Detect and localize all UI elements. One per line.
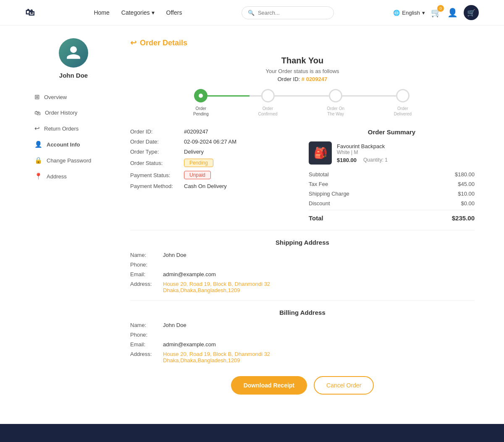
status-badge: Pending	[184, 159, 213, 167]
order-info-left: Order ID: #0209247 Order Date: 02-09-202…	[130, 128, 296, 222]
header-search[interactable]: 🔍	[242, 6, 334, 19]
info-row-id: Order ID: #0209247	[130, 128, 296, 135]
billing-email-val: admin@example.com	[163, 341, 216, 348]
download-receipt-button[interactable]: Download Receipt	[231, 376, 307, 395]
billing-phone-row: Phone:	[130, 332, 475, 338]
shipping-email-row: Email: admin@example.com	[130, 271, 475, 277]
nav-home[interactable]: Home	[94, 9, 109, 16]
order-date-val: 02-09-2024 06:27 AM	[184, 139, 236, 145]
step-label-confirmed: OrderConfirmed	[258, 106, 277, 117]
refresh-icon: ↩	[34, 125, 40, 132]
step-circle-onway	[329, 89, 342, 102]
avatar	[59, 38, 88, 68]
chevron-down-icon: ▾	[152, 9, 155, 16]
sidebar-item-address[interactable]: 📍 Address	[29, 168, 118, 184]
step-label-delivered: OrderDelivered	[394, 106, 412, 117]
payment-status-label: Payment Status:	[130, 172, 181, 178]
sidebar-item-account-info[interactable]: 👤 Account Info	[29, 136, 118, 152]
bag-icon: 🛍	[34, 109, 41, 116]
sidebar-menu: ⊞ Overview 🛍 Order History ↩ Return Orde…	[29, 89, 118, 184]
product-details: Favourint Backpack White | M $180.00 Qua…	[337, 143, 475, 163]
product-qty: Quantity: 1	[363, 157, 388, 163]
content: ↩ Order Details Thank You Your Order sta…	[130, 38, 475, 395]
shipping-address-title: Shipping Address	[130, 239, 475, 246]
shipping-email-val: admin@example.com	[163, 271, 216, 277]
step-circle-confirmed	[261, 89, 275, 102]
shipping-address-label: Address:	[130, 281, 160, 293]
billing-email-label: Email:	[130, 341, 160, 348]
shipping-name-val: John Doe	[163, 252, 186, 258]
cancel-order-button[interactable]: Cancel Order	[314, 376, 374, 395]
step-delivered: OrderDelivered	[394, 89, 412, 117]
order-type-val: Delivery	[184, 149, 204, 155]
header-right: 🌐 English ▾ 🛒 0 👤 🛒	[393, 5, 479, 20]
sidebar-item-overview[interactable]: ⊞ Overview	[29, 89, 118, 105]
billing-phone-label: Phone:	[130, 332, 160, 338]
step-label-pending: OrderPending	[193, 106, 209, 117]
step-circle-pending	[194, 89, 207, 102]
language-selector[interactable]: 🌐 English ▾	[393, 10, 425, 16]
search-icon: 🔍	[248, 10, 255, 16]
shipping-name-row: Name: John Doe	[130, 252, 475, 258]
step-pending: OrderPending	[193, 89, 209, 117]
billing-address-section: Billing Address Name: John Doe Phone: Em…	[130, 300, 475, 364]
product-img: 🎒	[309, 141, 332, 165]
thankyou-heading: Thank You	[130, 56, 475, 65]
shipping-phone-label: Phone:	[130, 262, 160, 268]
user-display-name: John Doe	[29, 72, 118, 79]
sidebar-item-change-password[interactable]: 🔒 Change Password	[29, 152, 118, 168]
back-icon[interactable]: ↩	[130, 38, 136, 47]
billing-name-val: John Doe	[163, 322, 186, 328]
order-details-grid: Order ID: #0209247 Order Date: 02-09-202…	[130, 128, 475, 222]
cart-button[interactable]: 🛒 0	[431, 8, 441, 18]
step-confirmed: OrderConfirmed	[258, 89, 277, 117]
sidebar-item-return-orders[interactable]: ↩ Return Orders	[29, 120, 118, 136]
order-summary: Order Summary 🎒 Favourint Backpack White…	[309, 128, 475, 222]
pin-icon: 📍	[34, 173, 42, 180]
main-container: John Doe ⊞ Overview 🛍 Order History ↩ Re…	[21, 26, 483, 407]
thankyou-section: Thank You Your Order status is as follow…	[130, 56, 475, 82]
avatar-icon	[66, 45, 81, 61]
search-input[interactable]	[258, 10, 328, 16]
payment-status-badge: Unpaid	[184, 171, 211, 179]
info-row-status: Order Status: Pending	[130, 159, 296, 167]
lock-icon: 🔒	[34, 157, 42, 164]
payment-method-label: Payment Method:	[130, 183, 181, 189]
header-logo: 🛍	[25, 7, 34, 18]
user-profile-icon[interactable]: 👤	[447, 8, 458, 18]
order-status-label: Order Status:	[130, 160, 181, 166]
info-row-date: Order Date: 02-09-2024 06:27 AM	[130, 139, 296, 145]
summary-title: Order Summary	[309, 128, 475, 136]
cart-dark-button[interactable]: 🛒	[464, 5, 479, 20]
shipping-address-section: Shipping Address Name: John Doe Phone: E…	[130, 230, 475, 293]
info-row-payment-status: Payment Status: Unpaid	[130, 171, 296, 179]
page-title: Order Details	[140, 39, 187, 47]
order-id-value: # 0209247	[302, 76, 327, 82]
shipping-phone-row: Phone:	[130, 262, 475, 268]
summary-shipping: Shipping Charge $10.00	[309, 191, 475, 197]
lang-chevron-icon: ▾	[422, 10, 425, 16]
product-price-row: $180.00 Quantity: 1	[337, 157, 475, 163]
nav-categories[interactable]: Categories ▾	[121, 9, 155, 16]
grid-icon: ⊞	[34, 93, 40, 101]
sidebar: John Doe ⊞ Overview 🛍 Order History ↩ Re…	[29, 38, 118, 395]
billing-address-title: Billing Address	[130, 309, 475, 316]
nav-offers[interactable]: Offers	[166, 9, 182, 16]
progress-track: OrderPending OrderConfirmed Order OnThe …	[193, 89, 412, 117]
order-id-display: Order ID: # 0209247	[130, 76, 475, 82]
summary-tax: Tax Fee $45.00	[309, 181, 475, 187]
billing-address-row: Address: House 20, Road 19, Block B, Dha…	[130, 351, 475, 364]
page-header: ↩ Order Details	[130, 38, 475, 47]
globe-icon: 🌐	[393, 10, 400, 16]
product-price: $180.00	[337, 157, 357, 163]
step-label-onway: Order OnThe Way	[327, 106, 344, 117]
shipping-address-lines: House 20, Road 19, Block B, Dhanmondi 32…	[163, 281, 270, 293]
footer: Subscribe to our newsletter Subscribe f …	[0, 424, 504, 442]
user-profile: John Doe	[29, 38, 118, 79]
progress-section: OrderPending OrderConfirmed Order OnThe …	[130, 89, 475, 117]
shipping-address-row: Address: House 20, Road 19, Block B, Dha…	[130, 281, 475, 293]
product-sub: White | M	[337, 149, 475, 155]
sidebar-item-order-history[interactable]: 🛍 Order History	[29, 105, 118, 120]
header-nav: Home Categories ▾ Offers	[94, 9, 182, 16]
order-id-val2: #0209247	[184, 128, 208, 135]
